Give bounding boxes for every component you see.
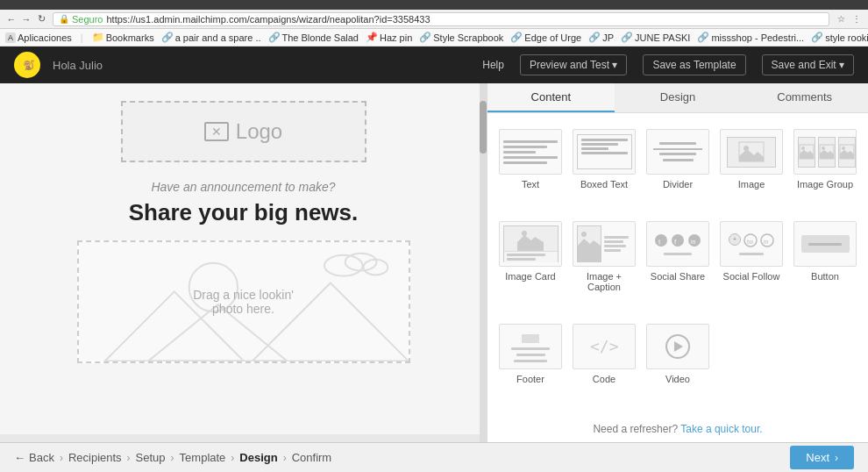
- refresher-row: Need a refresher? Take a quick tour.: [487, 416, 868, 442]
- back-button[interactable]: ←: [5, 13, 18, 25]
- help-link[interactable]: Help: [482, 59, 504, 71]
- content-tabs: Content Design Comments: [487, 83, 868, 113]
- block-image-group-preview: [793, 129, 857, 175]
- block-image-caption[interactable]: Image + Caption: [568, 214, 640, 315]
- scrollbar-track[interactable]: [480, 83, 487, 442]
- block-footer-preview: [499, 324, 562, 369]
- block-image-caption-label: Image + Caption: [572, 271, 637, 292]
- svg-text:🐒: 🐒: [23, 59, 35, 71]
- bookmark-aplicaciones[interactable]: A Aplicaciones: [5, 32, 72, 43]
- bookmark-bookmarks[interactable]: 📁 Bookmarks: [92, 32, 154, 43]
- bookmark-edge[interactable]: 🔗 Edge of Urge: [510, 32, 581, 43]
- breadcrumb-template[interactable]: Template: [180, 451, 226, 464]
- bookmark-hazpin[interactable]: 📌 Haz pin: [366, 32, 412, 43]
- block-code[interactable]: </> Code: [568, 317, 640, 407]
- browser-bar: ← → ↻ 🔒 Seguro https://us1.admin.mailchi…: [0, 10, 868, 29]
- svg-point-20: [842, 147, 845, 150]
- breadcrumb: ← Back › Recipients › Setup › Template ›…: [14, 451, 785, 464]
- block-social-follow-preview: + tw in: [720, 221, 783, 267]
- block-image-group[interactable]: Image Group: [789, 122, 861, 212]
- back-arrow-icon: ←: [14, 451, 25, 464]
- block-text-preview: [499, 129, 562, 175]
- block-button-label: Button: [811, 271, 839, 282]
- email-announcement: Have an announcement to make? Share your…: [129, 180, 359, 226]
- email-preview-inner: ✕ Logo Have an announcement to make? Sha…: [0, 83, 487, 434]
- svg-text:</>: </>: [590, 337, 619, 355]
- block-social-share-preview: t f in: [646, 221, 709, 267]
- header-nav: Help Preview and Test ▾ Save as Template…: [482, 54, 854, 75]
- block-social-share[interactable]: t f in Social Share: [642, 214, 714, 315]
- block-image-preview: [720, 129, 783, 175]
- svg-text:tw: tw: [747, 239, 754, 245]
- browser-nav-buttons: ← → ↻: [5, 13, 47, 25]
- block-text[interactable]: Text: [494, 122, 566, 212]
- reload-button[interactable]: ↻: [35, 13, 47, 25]
- block-image[interactable]: Image: [715, 122, 787, 212]
- bookmark-blonde[interactable]: 🔗 The Blonde Salad: [268, 32, 359, 43]
- scrollbar-thumb[interactable]: [480, 101, 487, 154]
- save-as-template-button[interactable]: Save as Template: [643, 54, 745, 75]
- block-image-card[interactable]: Image Card: [494, 214, 566, 315]
- block-social-follow[interactable]: + tw in Social Follow: [715, 214, 787, 315]
- preview-test-button[interactable]: Preview and Test ▾: [520, 54, 628, 75]
- block-image-group-label: Image Group: [797, 179, 853, 190]
- bookmark-missshop[interactable]: 🔗 missshop - Pedestri...: [697, 32, 804, 43]
- block-image-caption-preview: [573, 221, 636, 267]
- bookmark-style-rookie[interactable]: 🔗 style rookie: [811, 32, 868, 43]
- block-social-share-label: Social Share: [651, 271, 705, 282]
- block-boxed-text-label: Boxed Text: [580, 179, 628, 190]
- security-label: Seguro: [72, 14, 103, 25]
- tab-design[interactable]: Design: [615, 83, 742, 112]
- bookmark-style[interactable]: 🔗 Style Scrapbook: [419, 32, 503, 43]
- forward-button[interactable]: →: [20, 13, 32, 25]
- svg-text:in: in: [691, 239, 696, 245]
- announcement-title: Share your big news.: [129, 199, 359, 226]
- block-boxed-text[interactable]: Boxed Text: [568, 122, 640, 212]
- next-arrow-icon: ›: [835, 452, 838, 464]
- url-bar[interactable]: 🔒 Seguro https://us1.admin.mailchimp.com…: [53, 12, 829, 26]
- block-image-card-label: Image Card: [505, 271, 555, 282]
- bookmarks-bar: A Aplicaciones | 📁 Bookmarks 🔗 a pair an…: [0, 29, 868, 46]
- breadcrumb-design[interactable]: Design: [239, 451, 277, 464]
- email-logo-block[interactable]: ✕ Logo: [121, 101, 366, 162]
- breadcrumb-setup[interactable]: Setup: [136, 451, 166, 464]
- breadcrumb-sep-3: ›: [231, 452, 234, 464]
- block-button[interactable]: Button: [789, 214, 861, 315]
- lock-icon: 🔒: [59, 14, 69, 24]
- block-boxed-text-preview: [573, 129, 636, 175]
- svg-text:in: in: [764, 239, 769, 245]
- breadcrumb-recipients[interactable]: Recipients: [68, 451, 122, 464]
- breadcrumb-confirm[interactable]: Confirm: [292, 451, 332, 464]
- block-text-label: Text: [522, 179, 539, 190]
- block-divider[interactable]: Divider: [642, 122, 714, 212]
- content-panel: Content Design Comments Text: [487, 83, 868, 442]
- tab-comments[interactable]: Comments: [741, 83, 868, 112]
- logo-placeholder: ✕ Logo: [204, 119, 282, 144]
- tab-content[interactable]: Content: [487, 83, 615, 112]
- breadcrumb-sep-4: ›: [283, 452, 287, 464]
- block-footer[interactable]: Footer: [494, 317, 566, 407]
- refresher-text: Need a refresher?: [593, 423, 678, 435]
- back-link[interactable]: ← Back: [14, 451, 54, 464]
- bookmark-pair[interactable]: 🔗 a pair and a spare ..: [161, 32, 261, 43]
- breadcrumb-sep-2: ›: [171, 452, 174, 464]
- block-video[interactable]: Video: [642, 317, 714, 407]
- save-and-exit-button[interactable]: Save and Exit ▾: [762, 54, 854, 75]
- breadcrumb-sep-1: ›: [127, 452, 131, 464]
- logo-text: Logo: [236, 119, 282, 144]
- mailchimp-logo: 🐒: [14, 52, 40, 78]
- blocks-grid: Text Boxed Text: [487, 113, 868, 416]
- email-image-drag-block[interactable]: Drag a nice lookin' photo here.: [77, 240, 410, 363]
- star-icon[interactable]: ☆: [835, 13, 847, 25]
- block-image-card-preview: [499, 221, 562, 267]
- url-text: https://us1.admin.mailchimp.com/campaign…: [106, 14, 430, 25]
- bookmark-jp[interactable]: 🔗 JP: [588, 32, 614, 43]
- main-content: ✕ Logo Have an announcement to make? Sha…: [0, 83, 868, 442]
- bookmark-june[interactable]: 🔗 JUNE PASKI: [621, 32, 690, 43]
- block-social-follow-label: Social Follow: [723, 271, 780, 282]
- quick-tour-link[interactable]: Take a quick tour.: [680, 423, 762, 435]
- block-divider-label: Divider: [663, 179, 693, 190]
- menu-icon[interactable]: ⋮: [850, 13, 863, 25]
- svg-point-14: [801, 147, 805, 150]
- next-button[interactable]: Next ›: [790, 446, 854, 469]
